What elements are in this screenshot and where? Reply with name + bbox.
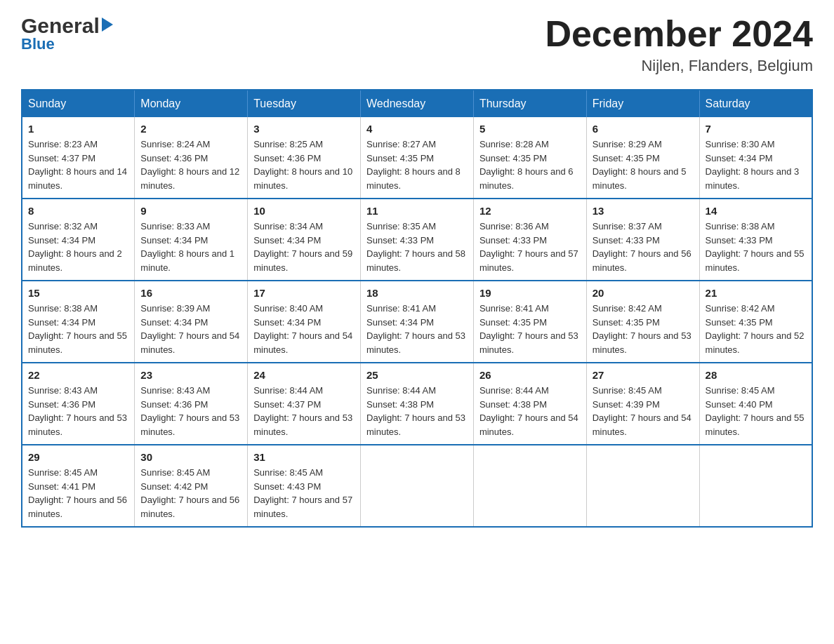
calendar-cell: 17Sunrise: 8:40 AMSunset: 4:34 PMDayligh… bbox=[248, 281, 361, 363]
location-text: Nijlen, Flanders, Belgium bbox=[545, 57, 813, 75]
day-number: 18 bbox=[366, 287, 468, 299]
calendar-cell: 22Sunrise: 8:43 AMSunset: 4:36 PMDayligh… bbox=[22, 363, 135, 445]
calendar-cell: 9Sunrise: 8:33 AMSunset: 4:34 PMDaylight… bbox=[135, 199, 248, 281]
calendar-day-header: Wednesday bbox=[361, 90, 474, 117]
day-number: 23 bbox=[140, 369, 241, 381]
calendar-cell: 25Sunrise: 8:44 AMSunset: 4:38 PMDayligh… bbox=[361, 363, 474, 445]
calendar-cell: 5Sunrise: 8:28 AMSunset: 4:35 PMDaylight… bbox=[473, 117, 586, 199]
day-info: Sunrise: 8:25 AMSunset: 4:36 PMDaylight:… bbox=[253, 137, 355, 192]
day-info: Sunrise: 8:23 AMSunset: 4:37 PMDaylight:… bbox=[28, 137, 128, 192]
day-number: 1 bbox=[28, 123, 128, 135]
calendar-week-row: 8Sunrise: 8:32 AMSunset: 4:34 PMDaylight… bbox=[22, 199, 812, 281]
calendar-cell: 27Sunrise: 8:45 AMSunset: 4:39 PMDayligh… bbox=[586, 363, 699, 445]
day-number: 5 bbox=[479, 123, 581, 135]
day-info: Sunrise: 8:44 AMSunset: 4:37 PMDaylight:… bbox=[253, 384, 355, 438]
day-info: Sunrise: 8:41 AMSunset: 4:35 PMDaylight:… bbox=[479, 302, 581, 356]
day-info: Sunrise: 8:38 AMSunset: 4:34 PMDaylight:… bbox=[28, 302, 128, 356]
calendar-cell: 28Sunrise: 8:45 AMSunset: 4:40 PMDayligh… bbox=[699, 363, 812, 445]
calendar-cell: 11Sunrise: 8:35 AMSunset: 4:33 PMDayligh… bbox=[361, 199, 474, 281]
calendar-day-header: Tuesday bbox=[248, 90, 361, 117]
day-number: 10 bbox=[253, 205, 355, 217]
day-number: 29 bbox=[28, 451, 128, 463]
day-number: 16 bbox=[140, 287, 241, 299]
calendar-week-row: 15Sunrise: 8:38 AMSunset: 4:34 PMDayligh… bbox=[22, 281, 812, 363]
logo: General Blue bbox=[21, 14, 113, 53]
calendar-cell: 14Sunrise: 8:38 AMSunset: 4:33 PMDayligh… bbox=[699, 199, 812, 281]
day-number: 3 bbox=[253, 123, 355, 135]
day-info: Sunrise: 8:35 AMSunset: 4:33 PMDaylight:… bbox=[366, 220, 468, 274]
day-number: 9 bbox=[140, 205, 241, 217]
calendar-cell: 20Sunrise: 8:42 AMSunset: 4:35 PMDayligh… bbox=[586, 281, 699, 363]
calendar-week-row: 1Sunrise: 8:23 AMSunset: 4:37 PMDaylight… bbox=[22, 117, 812, 199]
calendar-cell: 16Sunrise: 8:39 AMSunset: 4:34 PMDayligh… bbox=[135, 281, 248, 363]
day-info: Sunrise: 8:34 AMSunset: 4:34 PMDaylight:… bbox=[253, 220, 355, 274]
day-info: Sunrise: 8:45 AMSunset: 4:41 PMDaylight:… bbox=[28, 466, 128, 521]
calendar-day-header: Saturday bbox=[699, 90, 812, 117]
calendar-day-header: Sunday bbox=[22, 90, 135, 117]
calendar-cell bbox=[699, 445, 812, 527]
day-info: Sunrise: 8:38 AMSunset: 4:33 PMDaylight:… bbox=[706, 220, 806, 274]
calendar-cell: 12Sunrise: 8:36 AMSunset: 4:33 PMDayligh… bbox=[473, 199, 586, 281]
day-number: 4 bbox=[366, 123, 468, 135]
page-header: General Blue December 2024 Nijlen, Fland… bbox=[21, 14, 813, 75]
day-info: Sunrise: 8:41 AMSunset: 4:34 PMDaylight:… bbox=[366, 302, 468, 356]
day-info: Sunrise: 8:30 AMSunset: 4:34 PMDaylight:… bbox=[706, 137, 806, 192]
calendar-cell: 18Sunrise: 8:41 AMSunset: 4:34 PMDayligh… bbox=[361, 281, 474, 363]
day-info: Sunrise: 8:39 AMSunset: 4:34 PMDaylight:… bbox=[140, 302, 241, 356]
day-number: 24 bbox=[253, 369, 355, 381]
calendar-cell: 21Sunrise: 8:42 AMSunset: 4:35 PMDayligh… bbox=[699, 281, 812, 363]
calendar-cell: 7Sunrise: 8:30 AMSunset: 4:34 PMDaylight… bbox=[699, 117, 812, 199]
day-info: Sunrise: 8:45 AMSunset: 4:43 PMDaylight:… bbox=[253, 466, 355, 521]
calendar-day-header: Thursday bbox=[473, 90, 586, 117]
calendar-day-header: Monday bbox=[135, 90, 248, 117]
day-info: Sunrise: 8:45 AMSunset: 4:40 PMDaylight:… bbox=[706, 384, 806, 438]
day-number: 13 bbox=[593, 205, 694, 217]
calendar-cell: 29Sunrise: 8:45 AMSunset: 4:41 PMDayligh… bbox=[22, 445, 135, 527]
day-number: 20 bbox=[593, 287, 694, 299]
day-number: 11 bbox=[366, 205, 468, 217]
day-number: 25 bbox=[366, 369, 468, 381]
calendar-cell: 8Sunrise: 8:32 AMSunset: 4:34 PMDaylight… bbox=[22, 199, 135, 281]
calendar-cell: 4Sunrise: 8:27 AMSunset: 4:35 PMDaylight… bbox=[361, 117, 474, 199]
day-info: Sunrise: 8:43 AMSunset: 4:36 PMDaylight:… bbox=[28, 384, 128, 438]
day-info: Sunrise: 8:33 AMSunset: 4:34 PMDaylight:… bbox=[140, 220, 241, 274]
calendar-table: SundayMondayTuesdayWednesdayThursdayFrid… bbox=[21, 89, 813, 528]
day-info: Sunrise: 8:45 AMSunset: 4:42 PMDaylight:… bbox=[140, 466, 241, 521]
calendar-cell bbox=[586, 445, 699, 527]
day-number: 21 bbox=[706, 287, 806, 299]
day-info: Sunrise: 8:40 AMSunset: 4:34 PMDaylight:… bbox=[253, 302, 355, 356]
day-number: 19 bbox=[479, 287, 581, 299]
day-number: 8 bbox=[28, 205, 128, 217]
day-info: Sunrise: 8:44 AMSunset: 4:38 PMDaylight:… bbox=[479, 384, 581, 438]
logo-blue-text: Blue bbox=[21, 35, 55, 53]
calendar-cell bbox=[361, 445, 474, 527]
day-info: Sunrise: 8:37 AMSunset: 4:33 PMDaylight:… bbox=[593, 220, 694, 274]
logo-triangle-icon bbox=[102, 18, 113, 32]
day-info: Sunrise: 8:43 AMSunset: 4:36 PMDaylight:… bbox=[140, 384, 241, 438]
calendar-cell: 24Sunrise: 8:44 AMSunset: 4:37 PMDayligh… bbox=[248, 363, 361, 445]
day-info: Sunrise: 8:45 AMSunset: 4:39 PMDaylight:… bbox=[593, 384, 694, 438]
calendar-week-row: 29Sunrise: 8:45 AMSunset: 4:41 PMDayligh… bbox=[22, 445, 812, 527]
day-info: Sunrise: 8:27 AMSunset: 4:35 PMDaylight:… bbox=[366, 137, 468, 192]
calendar-cell: 23Sunrise: 8:43 AMSunset: 4:36 PMDayligh… bbox=[135, 363, 248, 445]
day-number: 31 bbox=[253, 451, 355, 463]
logo-general-text: General bbox=[21, 14, 100, 38]
calendar-week-row: 22Sunrise: 8:43 AMSunset: 4:36 PMDayligh… bbox=[22, 363, 812, 445]
calendar-cell: 15Sunrise: 8:38 AMSunset: 4:34 PMDayligh… bbox=[22, 281, 135, 363]
day-number: 30 bbox=[140, 451, 241, 463]
day-number: 7 bbox=[706, 123, 806, 135]
day-number: 15 bbox=[28, 287, 128, 299]
calendar-cell: 1Sunrise: 8:23 AMSunset: 4:37 PMDaylight… bbox=[22, 117, 135, 199]
calendar-cell: 3Sunrise: 8:25 AMSunset: 4:36 PMDaylight… bbox=[248, 117, 361, 199]
calendar-cell: 6Sunrise: 8:29 AMSunset: 4:35 PMDaylight… bbox=[586, 117, 699, 199]
day-info: Sunrise: 8:36 AMSunset: 4:33 PMDaylight:… bbox=[479, 220, 581, 274]
calendar-cell: 31Sunrise: 8:45 AMSunset: 4:43 PMDayligh… bbox=[248, 445, 361, 527]
calendar-day-header: Friday bbox=[586, 90, 699, 117]
day-number: 26 bbox=[479, 369, 581, 381]
day-number: 14 bbox=[706, 205, 806, 217]
day-number: 28 bbox=[706, 369, 806, 381]
calendar-cell: 13Sunrise: 8:37 AMSunset: 4:33 PMDayligh… bbox=[586, 199, 699, 281]
calendar-cell bbox=[473, 445, 586, 527]
calendar-cell: 19Sunrise: 8:41 AMSunset: 4:35 PMDayligh… bbox=[473, 281, 586, 363]
day-number: 12 bbox=[479, 205, 581, 217]
